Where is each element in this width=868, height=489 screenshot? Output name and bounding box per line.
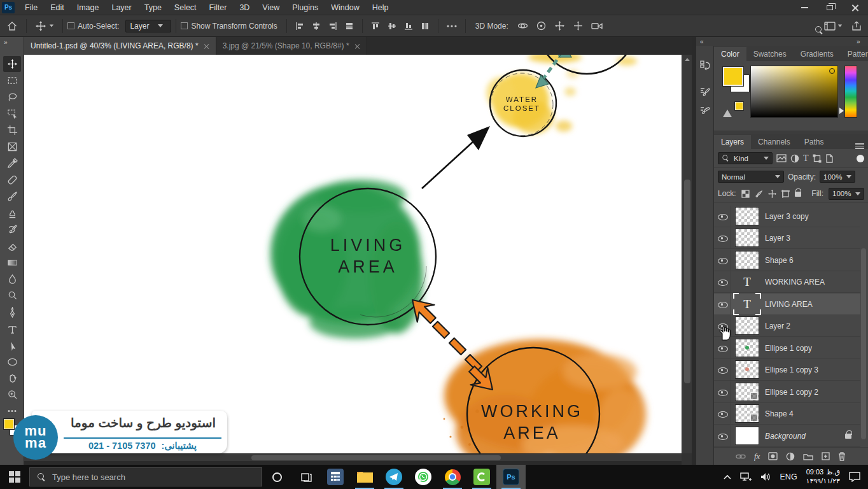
layer-row[interactable]: Ellipse 1 copy	[714, 337, 860, 359]
visibility-toggle[interactable]	[714, 359, 731, 381]
start-button[interactable]	[0, 465, 29, 489]
tab-gradients[interactable]: Gradients	[794, 47, 841, 61]
action-center-button[interactable]	[844, 465, 868, 489]
document-tab-inactive[interactable]: 3.jpg @ 21/5% (Shape 10, RGB/8#) *	[216, 37, 367, 55]
canvas[interactable]: WATERCLOSET LIVINGAREA WORKINGAREA	[24, 55, 682, 453]
3d-pan-icon[interactable]	[554, 20, 565, 31]
visibility-toggle[interactable]	[714, 250, 731, 271]
adjustment-layer-icon[interactable]	[786, 452, 795, 461]
home-icon[interactable]	[6, 20, 18, 32]
shape-tool[interactable]	[3, 354, 21, 370]
history-brush-tool[interactable]	[3, 222, 21, 237]
align-top-icon[interactable]	[371, 22, 380, 31]
type-layer-thumbnail[interactable]: T	[736, 295, 759, 313]
visibility-toggle[interactable]	[714, 403, 731, 425]
spot-healing-tool[interactable]	[3, 172, 21, 188]
fill-dropdown[interactable]: 100%	[829, 188, 864, 200]
pen-tool[interactable]	[3, 304, 21, 320]
hand-tool[interactable]	[3, 370, 21, 386]
3d-slide-icon[interactable]	[573, 20, 584, 31]
layer-row[interactable]: Layer 2	[714, 315, 860, 337]
filter-adjustment-icon[interactable]	[790, 154, 799, 163]
visibility-toggle[interactable]	[714, 294, 731, 315]
restore-button[interactable]	[817, 0, 843, 15]
distribute-v-icon[interactable]	[421, 22, 430, 31]
crop-tool[interactable]	[3, 122, 21, 138]
brush-settings-panel-icon[interactable]	[699, 87, 711, 98]
lock-pixels-icon[interactable]	[755, 190, 763, 198]
blur-tool[interactable]	[3, 271, 21, 287]
filter-type-icon[interactable]: T	[803, 153, 809, 164]
lock-all-icon[interactable]	[795, 189, 801, 199]
lock-position-icon[interactable]	[768, 190, 776, 198]
distribute-h-icon[interactable]	[345, 22, 354, 31]
layer-thumbnail[interactable]	[736, 252, 759, 269]
tab-patterns[interactable]: Patterns	[841, 47, 868, 61]
menu-image[interactable]: Image	[71, 0, 106, 15]
dock-collapse-left-icon[interactable]: «	[700, 38, 703, 45]
add-mask-icon[interactable]	[768, 452, 778, 460]
shape-layer-thumbnail[interactable]	[736, 405, 759, 422]
tab-close-icon[interactable]	[354, 43, 360, 49]
link-layers-icon[interactable]	[736, 453, 746, 460]
vertical-scroll-thumb[interactable]	[684, 180, 690, 383]
foreground-color-swatch[interactable]	[723, 67, 743, 86]
tab-swatches[interactable]: Swatches	[746, 47, 794, 61]
auto-select-checkbox[interactable]	[67, 22, 74, 29]
taskbar-app-whatsapp[interactable]	[409, 465, 438, 489]
horizontal-scroll-thumb[interactable]	[251, 455, 501, 460]
layer-row[interactable]: Ellipse 1 copy 2	[714, 381, 860, 403]
taskbar-app-explorer[interactable]	[350, 465, 379, 489]
tab-layers[interactable]: Layers	[714, 135, 751, 149]
object-selection-tool[interactable]	[3, 106, 21, 122]
tab-close-icon[interactable]	[204, 43, 209, 49]
taskbar-app-photoshop-active[interactable]: Ps	[496, 465, 526, 489]
brush-tool[interactable]	[3, 188, 21, 204]
layer-row[interactable]: Background	[714, 425, 860, 447]
layer-row[interactable]: Ellipse 1 copy 3	[714, 359, 860, 381]
filter-toggle[interactable]	[857, 155, 864, 162]
taskbar-clock[interactable]: 09:03 ق.ظ ۱۳۹۹/۱۱/۲۳	[802, 465, 844, 489]
dock-collapse-right-icon[interactable]: »	[857, 38, 860, 45]
network-icon[interactable]	[736, 465, 756, 489]
align-right-icon[interactable]	[328, 22, 337, 31]
layer-row[interactable]: Shape 6	[714, 250, 860, 271]
delete-layer-icon[interactable]	[838, 452, 846, 461]
tab-color[interactable]: Color	[714, 47, 746, 61]
layer-row[interactable]: Shape 4	[714, 403, 860, 425]
toolbar-ellipsis-icon[interactable]	[3, 403, 21, 419]
more-options-icon[interactable]	[447, 24, 457, 28]
panel-menu-icon[interactable]	[855, 143, 864, 149]
menu-view[interactable]: View	[256, 0, 286, 15]
scroll-up-icon[interactable]	[685, 58, 690, 61]
align-center-h-icon[interactable]	[312, 22, 321, 31]
show-transform-checkbox[interactable]	[181, 22, 188, 29]
visibility-toggle[interactable]	[714, 381, 731, 403]
layer-thumbnail[interactable]	[736, 427, 759, 444]
eyedropper-tool[interactable]	[3, 155, 21, 171]
minimize-button[interactable]	[792, 0, 817, 15]
menu-edit[interactable]: Edit	[44, 0, 71, 15]
tab-paths[interactable]: Paths	[797, 135, 831, 149]
filter-smart-object-icon[interactable]	[825, 154, 834, 163]
visibility-toggle[interactable]	[714, 271, 731, 293]
zoom-tool[interactable]	[3, 386, 21, 402]
hue-slider-pointer[interactable]	[839, 108, 844, 114]
clone-source-panel-icon[interactable]	[699, 104, 711, 116]
align-middle-icon[interactable]	[388, 22, 396, 31]
type-tool[interactable]	[3, 322, 21, 337]
layer-filter-dropdown[interactable]: Kind	[718, 152, 773, 164]
clone-stamp-tool[interactable]	[3, 205, 21, 221]
layer-row[interactable]: Layer 3 copy	[714, 206, 860, 227]
visibility-toggle[interactable]	[714, 425, 731, 447]
cortana-button[interactable]	[262, 465, 291, 489]
menu-help[interactable]: Help	[366, 0, 395, 15]
workspace-icon[interactable]	[824, 22, 843, 31]
layer-row[interactable]: Layer 3	[714, 227, 860, 249]
move-tool-preset-icon[interactable]	[35, 20, 54, 32]
gamut-warning-icon[interactable]	[723, 101, 732, 117]
eraser-tool[interactable]	[3, 238, 21, 254]
taskbar-search-box[interactable]: Type here to search	[29, 467, 262, 486]
gradient-tool[interactable]	[3, 255, 21, 271]
dodge-tool[interactable]	[3, 288, 21, 304]
